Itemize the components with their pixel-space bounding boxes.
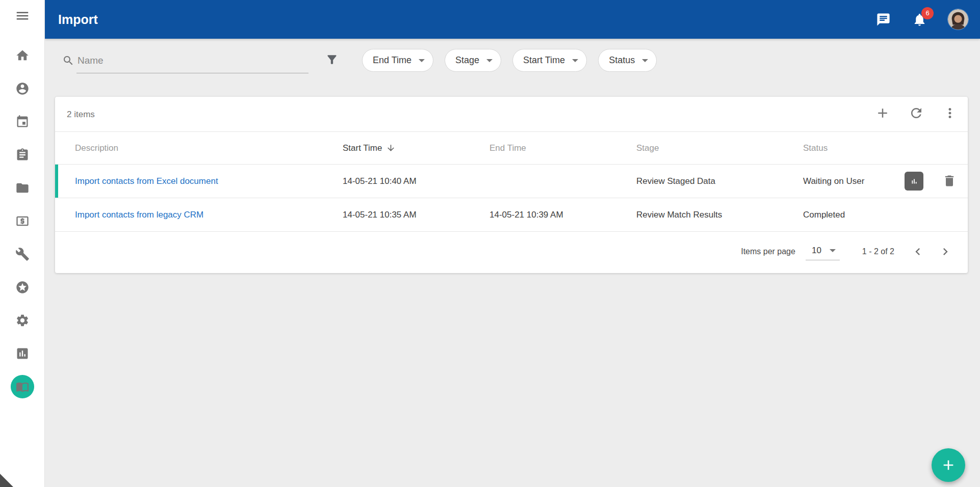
settings-gear-icon <box>15 313 30 328</box>
table-row[interactable]: Import contacts from Excel document 14-0… <box>55 165 968 198</box>
row-status: Waiting on User <box>803 176 864 186</box>
trash-icon <box>942 174 957 188</box>
page-title: Import <box>58 12 98 27</box>
chevron-down-icon <box>486 59 493 62</box>
import-table-card: 2 items Description Start Time End Time <box>55 97 968 273</box>
sidebar-item-tasks[interactable] <box>0 138 45 171</box>
top-bar: Import 6 <box>45 0 980 39</box>
wrench-icon <box>15 247 30 261</box>
sidebar-item-import-active[interactable] <box>0 370 45 403</box>
row-start-time: 14-05-21 10:35 AM <box>343 210 417 220</box>
reports-chart-icon <box>15 346 30 361</box>
filter-chip-stage[interactable]: Stage <box>445 49 501 72</box>
items-count: 2 items <box>67 110 95 120</box>
search-input[interactable] <box>76 50 308 73</box>
tasks-icon <box>15 148 30 162</box>
chevron-down-icon <box>830 249 836 252</box>
chat-icon <box>876 12 891 27</box>
previous-page-button[interactable] <box>908 241 928 262</box>
sidebar-item-contacts[interactable] <box>0 72 45 105</box>
corner-fold <box>0 474 13 487</box>
messages-button[interactable] <box>876 12 891 27</box>
add-icon <box>940 457 957 473</box>
table-toolbar: 2 items <box>55 97 968 131</box>
column-header-end-time[interactable]: End Time <box>489 143 526 153</box>
menu-icon <box>15 8 30 23</box>
account-icon <box>15 82 30 96</box>
chip-label: Status <box>609 55 635 66</box>
chevron-down-icon <box>419 59 425 62</box>
column-header-start-time[interactable]: Start Time <box>343 143 396 153</box>
avatar[interactable] <box>947 9 969 30</box>
home-icon <box>15 48 30 63</box>
toolbar-actions <box>875 105 958 121</box>
topbar-actions: 6 <box>855 9 969 30</box>
refresh-icon <box>909 105 924 121</box>
calendar-icon <box>15 115 30 129</box>
main-content: End Time Stage Start Time Status 2 items <box>45 39 980 487</box>
table-header-row: Description Start Time End Time Stage St… <box>55 132 968 164</box>
funnel-icon <box>325 53 339 66</box>
row-stage: Review Staged Data <box>636 176 715 186</box>
chip-label: Start Time <box>523 55 565 66</box>
folder-icon <box>15 181 30 195</box>
more-options-button[interactable] <box>942 105 958 121</box>
filter-row: End Time Stage Start Time Status <box>45 39 980 83</box>
sidebar-item-featured[interactable] <box>0 270 45 304</box>
search-icon <box>62 55 74 67</box>
filter-chip-end-time[interactable]: End Time <box>362 49 433 72</box>
column-header-stage[interactable]: Stage <box>636 143 659 153</box>
chip-label: End Time <box>373 55 411 66</box>
book-icon <box>16 380 29 393</box>
sidebar-item-home[interactable] <box>0 39 45 72</box>
sidebar-item-documents[interactable] <box>0 171 45 204</box>
chip-label: Stage <box>455 55 479 66</box>
add-icon <box>875 105 890 121</box>
page-size-value: 10 <box>812 246 821 256</box>
sidebar-item-settings[interactable] <box>0 304 45 337</box>
chevron-left-icon <box>911 245 925 259</box>
active-item-circle <box>11 375 34 398</box>
add-record-button[interactable] <box>875 105 890 121</box>
kebab-menu-icon <box>942 105 958 121</box>
column-header-description[interactable]: Description <box>75 143 118 153</box>
pagination-range: 1 - 2 of 2 <box>862 247 894 256</box>
next-page-button[interactable] <box>935 241 956 262</box>
row-status: Completed <box>803 210 845 220</box>
sidebar-item-billing[interactable] <box>0 204 45 237</box>
sidebar-item-reports[interactable] <box>0 337 45 370</box>
row-end-time: 14-05-21 10:39 AM <box>489 210 563 220</box>
notifications-button[interactable]: 6 <box>912 12 927 27</box>
menu-button[interactable] <box>0 0 45 32</box>
filter-chip-status[interactable]: Status <box>598 49 657 72</box>
create-import-fab[interactable] <box>932 448 965 482</box>
featured-star-icon <box>15 280 30 294</box>
sidebar-item-calendar[interactable] <box>0 105 45 138</box>
filter-chip-start-time[interactable]: Start Time <box>512 49 587 72</box>
refresh-button[interactable] <box>909 105 924 121</box>
sort-desc-arrow-icon <box>386 143 396 153</box>
sidebar-item-tools[interactable] <box>0 237 45 270</box>
row-stage: Review Match Results <box>636 210 722 220</box>
table-row[interactable]: Import contacts from legacy CRM 14-05-21… <box>55 198 968 231</box>
page-size-select[interactable]: 10 <box>806 242 840 260</box>
pagination-bar: Items per page 10 1 - 2 of 2 <box>55 232 968 271</box>
row-chart-button[interactable] <box>905 172 923 191</box>
billing-icon <box>15 214 30 228</box>
column-header-status[interactable]: Status <box>803 143 828 153</box>
sidebar <box>0 0 45 487</box>
filter-button[interactable] <box>325 53 339 66</box>
filter-chips: End Time Stage Start Time Status <box>362 49 657 72</box>
notification-badge: 6 <box>921 7 934 19</box>
row-delete-button[interactable] <box>942 174 957 188</box>
chevron-down-icon <box>572 59 578 62</box>
items-per-page-label: Items per page <box>741 247 795 256</box>
chevron-down-icon <box>642 59 648 62</box>
chevron-right-icon <box>938 245 952 259</box>
row-start-time: 14-05-21 10:40 AM <box>343 176 417 186</box>
row-description-link[interactable]: Import contacts from Excel document <box>75 176 218 186</box>
row-description-link[interactable]: Import contacts from legacy CRM <box>75 210 203 220</box>
chart-icon <box>909 176 920 187</box>
